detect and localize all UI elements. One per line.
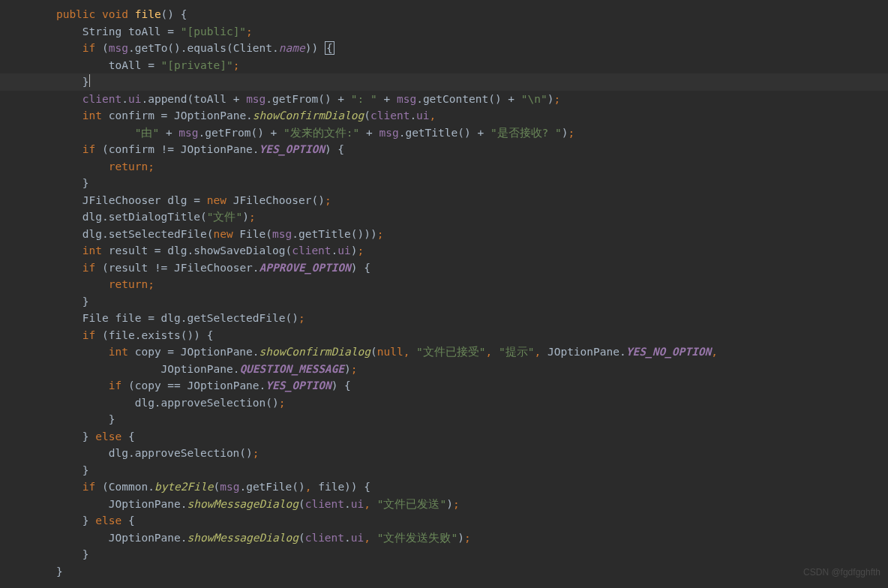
code-line[interactable]: int result = dlg.showSaveDialog(client.u… bbox=[0, 242, 888, 260]
code-line[interactable]: int copy = JOptionPane.showConfirmDialog… bbox=[0, 344, 888, 361]
code-token: name bbox=[279, 42, 305, 54]
code-token: JOptionPane bbox=[181, 143, 253, 155]
code-token: dlg.setDialogTitle( bbox=[30, 211, 207, 223]
code-token: showConfirmDialog bbox=[253, 110, 364, 122]
code-token: if bbox=[82, 481, 102, 493]
code-line[interactable]: dlg.setSelectedFile(new File(msg.getTitl… bbox=[0, 226, 888, 243]
code-token: if bbox=[82, 262, 102, 274]
code-token: "文件已接受" bbox=[416, 346, 485, 358]
code-line[interactable]: JFileChooser dlg = new JFileChooser(); bbox=[0, 192, 888, 209]
code-token: if bbox=[82, 42, 102, 54]
code-line[interactable]: } bbox=[0, 411, 888, 428]
code-token: . bbox=[181, 498, 188, 510]
code-line[interactable]: } bbox=[0, 563, 888, 580]
code-line[interactable]: return; bbox=[0, 158, 888, 176]
code-token: } bbox=[30, 548, 89, 560]
code-token: } bbox=[30, 76, 89, 88]
code-token: ( bbox=[370, 346, 377, 358]
code-token: . bbox=[344, 532, 351, 544]
code-token bbox=[30, 110, 82, 122]
code-token: . bbox=[272, 42, 279, 54]
code-token: YES_NO_OPTION bbox=[626, 346, 712, 358]
code-token: JOptionPane bbox=[161, 363, 233, 375]
code-line[interactable]: } bbox=[0, 175, 888, 192]
code-token: else bbox=[95, 430, 128, 442]
code-token: .getFrom() + bbox=[266, 93, 351, 105]
code-token: () { bbox=[161, 8, 188, 20]
code-token: ( bbox=[102, 42, 109, 54]
code-token: .getFrom() + bbox=[199, 127, 284, 139]
code-token: YES_OPTION bbox=[266, 380, 331, 392]
code-token: ; bbox=[279, 397, 286, 409]
code-line[interactable]: dlg.approveSelection(); bbox=[0, 394, 888, 412]
code-line[interactable]: } bbox=[0, 546, 888, 563]
code-token: file bbox=[135, 8, 161, 20]
code-token bbox=[30, 244, 82, 256]
code-token: msg bbox=[220, 481, 239, 493]
code-token: copy = bbox=[135, 346, 181, 358]
code-line[interactable]: if (confirm != JOptionPane.YES_OPTION) { bbox=[0, 141, 888, 158]
code-line[interactable]: } else { bbox=[0, 428, 888, 446]
code-line[interactable]: if (result != JFileChooser.APPROVE_OPTIO… bbox=[0, 260, 888, 277]
code-token bbox=[30, 127, 135, 139]
code-token: ) bbox=[548, 93, 554, 105]
code-token: ; bbox=[298, 312, 305, 324]
code-token: else bbox=[95, 514, 128, 526]
code-token: . bbox=[620, 346, 626, 358]
code-token: ; bbox=[358, 244, 364, 256]
code-token bbox=[30, 380, 109, 392]
code-line[interactable]: public void file() { bbox=[0, 6, 888, 23]
code-token: int bbox=[109, 346, 135, 358]
code-token: JOptionPane bbox=[109, 498, 181, 510]
code-editor[interactable]: public void file() { String toAll = "[pu… bbox=[0, 0, 888, 586]
code-line[interactable]: } bbox=[0, 74, 888, 91]
code-token: dlg.approveSelection() bbox=[30, 397, 279, 409]
code-token: file = dlg.getSelectedFile() bbox=[116, 312, 298, 324]
code-token: "文件" bbox=[207, 211, 242, 223]
code-token: client bbox=[305, 532, 344, 544]
code-token: JFileChooser bbox=[174, 262, 253, 274]
code-line[interactable]: JOptionPane.QUESTION_MESSAGE); bbox=[0, 361, 888, 378]
code-line[interactable]: File file = dlg.getSelectedFile(); bbox=[0, 310, 888, 327]
code-line[interactable]: "由" + msg.getFrom() + "发来的文件:" + msg.get… bbox=[0, 124, 888, 142]
code-token: msg bbox=[272, 228, 292, 240]
code-line[interactable]: } else { bbox=[0, 512, 888, 530]
code-line[interactable]: client.ui.append(toAll + msg.getFrom() +… bbox=[0, 91, 888, 108]
code-token: byte2File bbox=[154, 481, 214, 493]
code-line[interactable]: if (file.exists()) { bbox=[0, 327, 888, 344]
code-line[interactable]: } bbox=[0, 293, 888, 310]
code-token: (file.exists()) { bbox=[102, 329, 213, 341]
code-token bbox=[30, 498, 109, 510]
code-line[interactable]: toAll = "[private]"; bbox=[0, 57, 888, 74]
code-line[interactable]: return; bbox=[0, 276, 888, 293]
code-token: JOptionPane bbox=[548, 346, 620, 358]
code-line[interactable]: JOptionPane.showMessageDialog(client.ui,… bbox=[0, 496, 888, 513]
code-token: client bbox=[370, 110, 410, 122]
code-token: ) { bbox=[332, 380, 351, 392]
code-line[interactable]: } bbox=[0, 462, 888, 479]
code-token: Client bbox=[233, 42, 272, 54]
code-token: JOptionPane bbox=[174, 110, 246, 122]
code-token: .getFile() bbox=[239, 481, 304, 493]
code-line[interactable]: if (Common.byte2File(msg.getFile(), file… bbox=[0, 478, 888, 496]
code-token: { bbox=[128, 430, 135, 442]
code-token: (copy == bbox=[128, 380, 188, 392]
code-token: . bbox=[410, 110, 416, 122]
code-token: ) bbox=[458, 532, 464, 544]
code-token: ": " bbox=[351, 93, 377, 105]
code-token: client bbox=[82, 93, 122, 105]
code-line[interactable]: int confirm = JOptionPane.showConfirmDia… bbox=[0, 107, 888, 124]
code-token: . bbox=[122, 93, 128, 105]
code-token: dlg.setSelectedFile( bbox=[30, 228, 213, 240]
code-line[interactable]: if (copy == JOptionPane.YES_OPTION) { bbox=[0, 377, 888, 394]
code-line[interactable]: if (msg.getTo().equals(Client.name)) { bbox=[0, 40, 888, 57]
code-token: ; bbox=[554, 93, 561, 105]
code-line[interactable]: dlg.approveSelection(); bbox=[0, 445, 888, 462]
code-token bbox=[30, 194, 82, 206]
code-token: JOptionPane bbox=[181, 346, 253, 358]
code-line[interactable]: JOptionPane.showMessageDialog(client.ui,… bbox=[0, 530, 888, 547]
code-line[interactable]: dlg.setDialogTitle("文件"); bbox=[0, 208, 888, 226]
code-line[interactable]: String toAll = "[public]"; bbox=[0, 23, 888, 40]
code-token: new bbox=[213, 228, 239, 240]
code-token: ; bbox=[246, 26, 253, 38]
